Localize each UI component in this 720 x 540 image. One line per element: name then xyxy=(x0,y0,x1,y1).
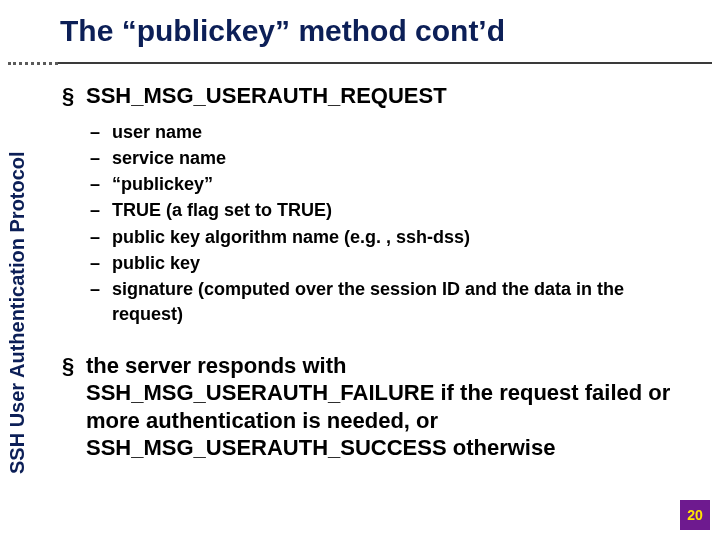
sub-bullet: user name xyxy=(112,120,692,144)
bullet-top-1-text: SSH_MSG_USERAUTH_REQUEST xyxy=(86,83,447,108)
sub-bullet: public key algorithm name (e.g. , ssh-ds… xyxy=(112,225,692,249)
sub-bullet: public key xyxy=(112,251,692,275)
sub-bullet: “publickey” xyxy=(112,172,692,196)
bullet-top-1: SSH_MSG_USERAUTH_REQUEST user name servi… xyxy=(86,82,692,326)
slide-body: SSH_MSG_USERAUTH_REQUEST user name servi… xyxy=(62,82,692,470)
page-number-badge: 20 xyxy=(680,500,710,530)
sub-bullet: signature (computed over the session ID … xyxy=(112,277,692,326)
sub-bullet: service name xyxy=(112,146,692,170)
sub-bullet: TRUE (a flag set to TRUE) xyxy=(112,198,692,222)
title-rule-solid xyxy=(58,62,712,64)
title-rule-dotted xyxy=(8,62,58,65)
sidebar-label: SSH User Authentication Protocol xyxy=(6,151,29,474)
slide: The “publickey” method cont’d SSH User A… xyxy=(0,0,720,540)
slide-title: The “publickey” method cont’d xyxy=(60,14,505,48)
bullet-top-2: the server responds with SSH_MSG_USERAUT… xyxy=(86,352,692,462)
